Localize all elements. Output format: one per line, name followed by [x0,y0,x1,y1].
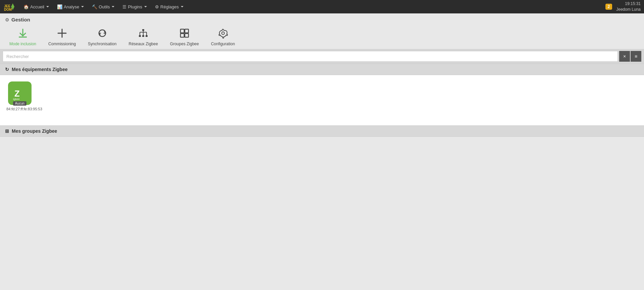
svg-rect-4 [19,37,27,38]
navbar-time-info: 19:15:31 Jeedom Luna [616,1,641,12]
reseaux-zigbee-icon [138,28,149,40]
plugins-caret [144,6,147,7]
btn-mode-inclusion[interactable]: Mode inclusion [3,26,42,49]
svg-text:igbee: igbee [13,98,20,101]
gestion-bar: ⚙ Gestion [0,13,644,24]
btn-configuration[interactable]: Configuration [205,26,241,49]
search-input[interactable] [3,51,618,62]
groups-section-title: Mes groupes Zigbee [12,128,57,134]
groups-section-icon: ⊞ [5,128,9,134]
analyse-icon: 📊 [57,4,62,9]
gestion-title: Gestion [11,17,30,22]
page-content: ⚙ Gestion Mode inclusion Commissioning [0,13,644,290]
navbar-right: 2 19:15:31 Jeedom Luna [605,1,641,12]
nav-outils[interactable]: 🔨 Outils [89,0,118,13]
nav-plugins[interactable]: ☰ Plugins [119,0,150,13]
navbar-left: JEE DOM 🏠 Accueil 📊 Analyse 🔨 Outils ☰ P… [3,0,187,13]
groupes-zigbee-icon [179,28,190,40]
equipment-grid: Z igbee Aucun 84:fd:27:ff:fe:83:95:53 [0,75,644,125]
accueil-caret [46,6,49,7]
svg-text:Z: Z [14,89,20,98]
nav-accueil-label: Accueil [30,4,44,9]
svg-rect-19 [185,34,189,37]
groups-section-header: ⊞ Mes groupes Zigbee [0,125,644,137]
search-clear-button[interactable]: × [619,51,630,62]
search-menu-button[interactable]: ≡ [631,51,641,62]
device-badge: Aucun [13,101,26,106]
groupes-zigbee-label: Groupes Zigbee [170,42,199,46]
current-time: 19:15:31 [616,1,641,7]
gestion-gear-icon: ⚙ [5,17,9,22]
toolbar: Mode inclusion Commissioning [0,24,644,49]
nav-analyse[interactable]: 📊 Analyse [54,0,87,13]
btn-reseaux-zigbee[interactable]: Réseaux Zigbee [122,26,164,49]
instance-name: Jeedom Luna [616,7,641,12]
svg-rect-16 [180,29,184,33]
btn-synchronisation[interactable]: Synchronisation [82,26,122,49]
nav-plugins-label: Plugins [128,4,142,9]
equipment-section-icon: ↻ [5,67,9,72]
svg-rect-9 [142,35,144,37]
commissioning-label: Commissioning [48,42,76,46]
device-icon-wrapper: Z igbee Aucun [8,81,32,105]
device-label: 84:fd:27:ff:fe:83:95:53 [6,107,33,111]
equipment-section-header: ↻ Mes équipements Zigbee [0,64,644,75]
btn-groupes-zigbee[interactable]: Groupes Zigbee [164,26,205,49]
home-icon: 🏠 [23,4,29,9]
search-buttons: × ≡ [619,51,641,62]
equipment-section-title: Mes équipements Zigbee [12,67,67,72]
nav-analyse-label: Analyse [64,4,79,9]
outils-caret [112,6,114,7]
reglages-caret [181,6,183,7]
device-card[interactable]: Z igbee Aucun 84:fd:27:ff:fe:83:95:53 [5,80,35,112]
nav-outils-label: Outils [99,4,110,9]
outils-icon: 🔨 [92,4,97,9]
svg-rect-10 [146,35,148,37]
mode-inclusion-label: Mode inclusion [9,42,36,46]
mode-inclusion-icon [17,28,28,40]
btn-commissioning[interactable]: Commissioning [42,26,82,49]
brand[interactable]: JEE DOM [3,1,15,13]
groups-section: ⊞ Mes groupes Zigbee [0,125,644,137]
reglages-icon: ⚙ [155,4,159,9]
svg-rect-8 [139,35,141,37]
svg-rect-18 [180,34,184,37]
search-bar: × ≡ [0,49,644,64]
svg-text:DOM: DOM [4,8,12,11]
svg-point-20 [222,32,224,35]
configuration-label: Configuration [211,42,235,46]
analyse-caret [81,6,84,7]
commissioning-icon [57,28,67,40]
reseaux-zigbee-label: Réseaux Zigbee [128,42,158,46]
nav-reglages-label: Réglages [160,4,179,9]
svg-rect-17 [185,29,189,33]
svg-rect-7 [142,29,144,31]
synchronisation-icon [97,28,108,40]
notification-badge[interactable]: 2 [605,4,612,10]
configuration-icon [218,28,228,40]
nav-reglages[interactable]: ⚙ Réglages [152,0,187,13]
navbar: JEE DOM 🏠 Accueil 📊 Analyse 🔨 Outils ☰ P… [0,0,644,13]
nav-accueil[interactable]: 🏠 Accueil [20,0,52,13]
plugins-icon: ☰ [122,4,126,9]
synchronisation-label: Synchronisation [88,42,116,46]
